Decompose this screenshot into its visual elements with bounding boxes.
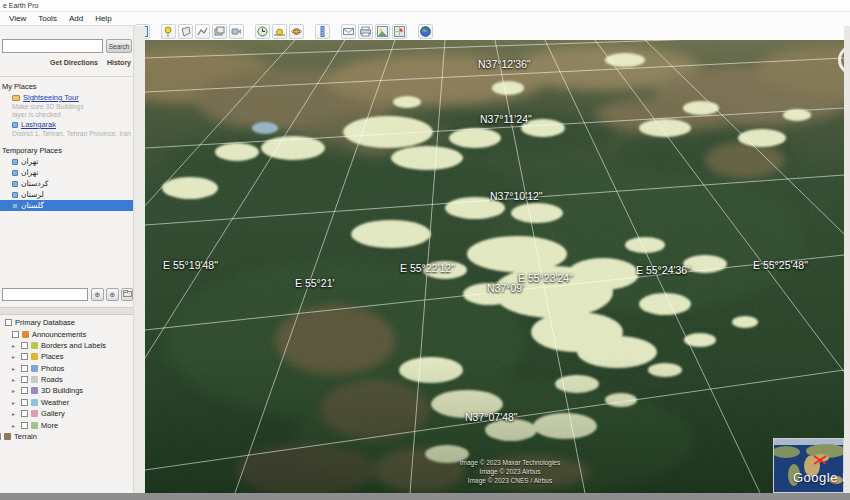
menu-add[interactable]: Add bbox=[69, 14, 83, 23]
my-places-label[interactable]: My Places bbox=[2, 82, 37, 91]
print-icon[interactable] bbox=[358, 24, 373, 39]
window-title: e Earth Pro bbox=[0, 0, 850, 12]
placemark-icon bbox=[12, 192, 18, 198]
satellite-terrain bbox=[145, 40, 844, 493]
ruler-icon[interactable] bbox=[315, 24, 330, 39]
temp-place-golestan-selected[interactable]: گلستان bbox=[0, 200, 133, 211]
menu-tools[interactable]: Tools bbox=[38, 14, 57, 23]
lashgarak-note: District 1, Tehran, Tehran Province, Ira… bbox=[0, 130, 133, 138]
expander-icon[interactable]: ▾ bbox=[0, 319, 2, 326]
layer-roads[interactable]: ▸Roads bbox=[0, 374, 133, 385]
place-sightseeing-tour[interactable]: Sightseeing Tour bbox=[0, 92, 133, 103]
expander-icon[interactable]: ▸ bbox=[12, 365, 18, 372]
expander-icon[interactable]: ▸ bbox=[12, 353, 18, 360]
view-in-google-maps-icon[interactable] bbox=[392, 24, 407, 39]
places-filter-bar: ⊕ ⊕ bbox=[0, 285, 133, 305]
status-bar bbox=[0, 493, 850, 500]
add-path-icon[interactable] bbox=[195, 24, 210, 39]
google-earth-window: { "window": { "title_fragment": "e Earth… bbox=[0, 0, 850, 500]
layer-icon bbox=[31, 365, 38, 372]
layer-photos[interactable]: ▸Photos bbox=[0, 363, 133, 374]
history-link[interactable]: History bbox=[107, 59, 131, 66]
layers-panel-header[interactable] bbox=[0, 307, 133, 315]
temp-place-kurdistan[interactable]: كردستان bbox=[0, 178, 133, 189]
expander-icon[interactable]: ▸ bbox=[12, 342, 18, 349]
add-image-overlay-icon[interactable] bbox=[212, 24, 227, 39]
lon-label: E 55°24'36" bbox=[636, 264, 691, 276]
map-viewport[interactable]: N37°12'36" N37°11'24" N37°10'12" N37°09'… bbox=[145, 40, 844, 493]
checkbox-icon[interactable] bbox=[21, 410, 28, 417]
layer-gallery[interactable]: ▸Gallery bbox=[0, 408, 133, 419]
expander-icon[interactable]: ▸ bbox=[12, 387, 18, 394]
layer-borders-and-labels[interactable]: ▸Borders and Labels bbox=[0, 340, 133, 351]
expander-icon[interactable]: ▸ bbox=[12, 376, 18, 383]
lon-label: E 55°23'24" bbox=[518, 272, 573, 284]
checkbox-icon[interactable] bbox=[0, 433, 1, 440]
checkbox-icon[interactable] bbox=[21, 387, 28, 394]
sightseeing-note: Make sure 3D Buildings bbox=[0, 103, 133, 111]
temp-place-lorestan[interactable]: لرستان bbox=[0, 189, 133, 200]
layer-places[interactable]: ▸Places bbox=[0, 351, 133, 362]
layer-icon bbox=[31, 422, 38, 429]
folder-icon[interactable] bbox=[121, 288, 133, 301]
checkbox-icon[interactable] bbox=[21, 342, 28, 349]
layer-more[interactable]: ▸More bbox=[0, 419, 133, 430]
lon-label: E 55°19'48" bbox=[163, 259, 218, 271]
add-placemark-icon[interactable] bbox=[161, 24, 176, 39]
checkbox-icon[interactable] bbox=[21, 353, 28, 360]
layer-icon bbox=[31, 353, 38, 360]
layer-icon bbox=[31, 410, 38, 417]
lat-label: N37°12'36" bbox=[478, 58, 531, 70]
layer-icon bbox=[31, 399, 38, 406]
layer-weather[interactable]: ▸Weather bbox=[0, 397, 133, 408]
imagery-attribution: Image © 2023 Maxar Technologies Image © … bbox=[375, 458, 645, 485]
layer-icon bbox=[22, 331, 29, 338]
globe-icon[interactable] bbox=[418, 24, 433, 39]
lon-label: E 55°22'12" bbox=[400, 262, 455, 274]
search-next-icon[interactable]: ⊕ bbox=[106, 288, 119, 301]
layer-icon bbox=[31, 376, 38, 383]
expander-icon[interactable]: ▸ bbox=[12, 410, 18, 417]
checkbox-icon[interactable] bbox=[21, 376, 28, 383]
menu-view[interactable]: View bbox=[9, 14, 26, 23]
search-button[interactable]: Search bbox=[106, 39, 132, 53]
layer-terrain[interactable]: Terrain bbox=[0, 431, 127, 442]
get-directions-link[interactable]: Get Directions bbox=[50, 59, 98, 66]
expander-icon[interactable]: ▸ bbox=[12, 399, 18, 406]
add-polygon-icon[interactable] bbox=[178, 24, 193, 39]
expander-icon[interactable]: ▸ bbox=[12, 422, 18, 429]
menu-help[interactable]: Help bbox=[95, 14, 111, 23]
planets-icon[interactable] bbox=[289, 24, 304, 39]
temp-place-tehran-2[interactable]: تهران bbox=[0, 167, 133, 178]
historical-imagery-icon[interactable] bbox=[255, 24, 270, 39]
save-image-icon[interactable] bbox=[375, 24, 390, 39]
checkbox-icon[interactable] bbox=[21, 399, 28, 406]
layer-3d-buildings[interactable]: ▸3D Buildings bbox=[0, 385, 133, 396]
sunlight-icon[interactable] bbox=[272, 24, 287, 39]
layer-icon bbox=[31, 387, 38, 394]
checkbox-icon[interactable] bbox=[21, 365, 28, 372]
sightseeing-note2: layer is checked bbox=[0, 111, 133, 119]
window-edge-scrollbar[interactable] bbox=[844, 26, 850, 493]
main-toolbar bbox=[135, 23, 850, 40]
checkbox-icon[interactable] bbox=[21, 422, 28, 429]
checkbox-icon[interactable] bbox=[12, 331, 19, 338]
placemark-icon bbox=[12, 170, 18, 176]
lon-label: E 55°21' bbox=[295, 277, 334, 289]
placemark-icon bbox=[12, 159, 18, 165]
panel-divider[interactable] bbox=[133, 26, 145, 493]
place-lashgarak[interactable]: Lashgarak bbox=[0, 119, 133, 130]
search-input[interactable] bbox=[2, 39, 103, 53]
layer-announcements[interactable]: Announcements bbox=[0, 328, 133, 339]
search-previous-icon[interactable]: ⊕ bbox=[91, 288, 104, 301]
temp-place-tehran-1[interactable]: تهران bbox=[0, 156, 133, 167]
email-icon[interactable] bbox=[341, 24, 356, 39]
temporary-places-label[interactable]: Temporary Places bbox=[2, 146, 62, 155]
layer-primary-database[interactable]: ▾Primary Database bbox=[0, 317, 129, 328]
places-filter-input[interactable] bbox=[2, 288, 88, 301]
layer-icon bbox=[31, 342, 38, 349]
record-tour-icon[interactable] bbox=[229, 24, 244, 39]
lat-label: N37°10'12" bbox=[490, 190, 543, 202]
checkbox-icon[interactable] bbox=[5, 319, 12, 326]
google-earth-watermark: Google Earth bbox=[793, 470, 844, 485]
